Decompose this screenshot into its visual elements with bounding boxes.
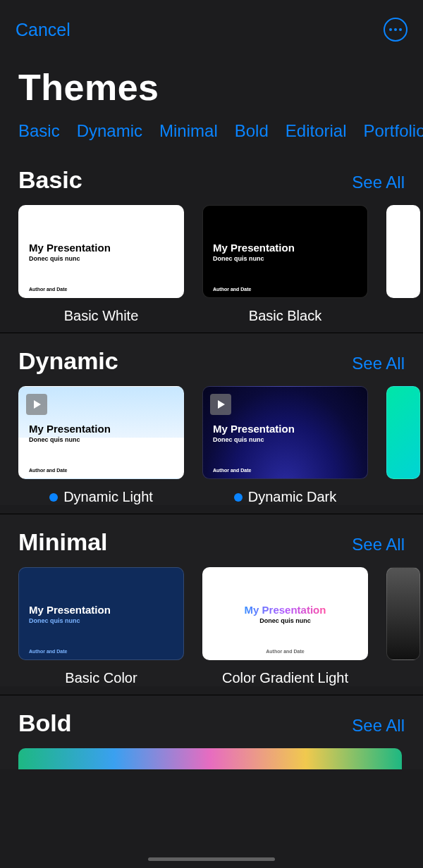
tab-minimal[interactable]: Minimal — [159, 121, 218, 141]
thumb-subtitle: Donec quis nunc — [29, 436, 173, 443]
thumb-footer: Author and Date — [29, 649, 67, 654]
theme-card-peek[interactable] — [386, 567, 420, 686]
see-all-bold[interactable]: See All — [352, 716, 405, 736]
category-tabs: Basic Dynamic Minimal Bold Editorial Por… — [0, 116, 423, 154]
tab-dynamic[interactable]: Dynamic — [77, 121, 142, 141]
home-indicator — [148, 857, 275, 861]
theme-card-basic-black[interactable]: My Presentation Donec quis nunc Author a… — [202, 205, 368, 324]
svg-marker-4 — [218, 400, 225, 409]
svg-point-0 — [389, 28, 392, 31]
section-title: Basic — [18, 166, 82, 194]
see-all-minimal[interactable]: See All — [352, 535, 405, 554]
section-title: Dynamic — [18, 347, 118, 375]
section-title: Minimal — [18, 528, 108, 556]
theme-card-peek[interactable] — [386, 386, 420, 505]
thumb-title: My Presentation — [213, 242, 357, 254]
theme-card-peek[interactable] — [386, 205, 420, 324]
see-all-basic[interactable]: See All — [352, 173, 405, 192]
thumb-footer: Author and Date — [213, 468, 251, 473]
theme-thumbnail: My Presentation Donec quis nunc Author a… — [202, 567, 368, 660]
play-icon — [210, 394, 231, 415]
section-basic: Basic See All My Presentation Donec quis… — [0, 154, 423, 324]
more-button[interactable] — [384, 18, 407, 42]
section-bold: Bold See All — [0, 695, 423, 769]
dynamic-indicator-icon — [49, 493, 58, 502]
section-dynamic: Dynamic See All My Presentation Donec qu… — [0, 333, 423, 505]
thumb-footer: Author and Date — [213, 287, 251, 292]
cancel-button[interactable]: Cancel — [16, 20, 70, 40]
theme-thumbnail — [386, 386, 420, 479]
theme-name: Dynamic Light — [18, 489, 184, 505]
theme-thumbnail — [386, 567, 420, 660]
tab-basic[interactable]: Basic — [18, 121, 60, 141]
thumb-footer: Author and Date — [203, 649, 367, 654]
theme-thumbnail — [18, 748, 402, 769]
thumb-title: My Presentation — [29, 242, 173, 254]
theme-card-dynamic-dark[interactable]: My Presentation Donec quis nunc Author a… — [202, 386, 368, 505]
thumb-title: My Presentation — [29, 423, 173, 435]
top-bar: Cancel — [0, 14, 423, 45]
theme-thumbnail: My Presentation Donec quis nunc Author a… — [18, 205, 184, 298]
theme-card-basic-white[interactable]: My Presentation Donec quis nunc Author a… — [18, 205, 184, 324]
tab-bold[interactable]: Bold — [235, 121, 269, 141]
thumb-subtitle: Donec quis nunc — [213, 436, 357, 443]
see-all-dynamic[interactable]: See All — [352, 354, 405, 373]
tab-editorial[interactable]: Editorial — [286, 121, 347, 141]
theme-thumbnail: My Presentation Donec quis nunc Author a… — [18, 567, 184, 660]
page-title: Themes — [0, 45, 423, 116]
svg-point-2 — [399, 28, 402, 31]
thumb-title: My Presentation — [29, 604, 173, 616]
section-title: Bold — [18, 709, 72, 737]
theme-thumbnail: My Presentation Donec quis nunc Author a… — [202, 205, 368, 298]
svg-marker-3 — [34, 400, 41, 409]
section-minimal: Minimal See All My Presentation Donec qu… — [0, 514, 423, 686]
more-icon — [389, 28, 402, 31]
theme-thumbnail — [386, 205, 420, 298]
theme-thumbnail: My Presentation Donec quis nunc Author a… — [18, 386, 184, 479]
theme-name: Color Gradient Light — [202, 670, 368, 686]
tab-portfolio[interactable]: Portfolio — [364, 121, 424, 141]
svg-point-1 — [394, 28, 397, 31]
theme-card-bold-peek[interactable] — [18, 748, 402, 769]
thumb-title: My Presentation — [245, 604, 326, 616]
play-icon — [26, 394, 47, 415]
thumb-subtitle: Donec quis nunc — [213, 255, 357, 262]
theme-name: Basic White — [18, 308, 184, 324]
theme-name: Basic Black — [202, 308, 368, 324]
thumb-subtitle: Donec quis nunc — [29, 255, 173, 262]
thumb-footer: Author and Date — [29, 468, 67, 473]
theme-card-color-gradient-light[interactable]: My Presentation Donec quis nunc Author a… — [202, 567, 368, 686]
thumb-footer: Author and Date — [29, 287, 67, 292]
dynamic-indicator-icon — [234, 493, 243, 502]
thumb-title: My Presentation — [213, 423, 357, 435]
theme-card-dynamic-light[interactable]: My Presentation Donec quis nunc Author a… — [18, 386, 184, 505]
thumb-subtitle: Donec quis nunc — [29, 617, 173, 624]
theme-card-basic-color[interactable]: My Presentation Donec quis nunc Author a… — [18, 567, 184, 686]
theme-name: Basic Color — [18, 670, 184, 686]
theme-name: Dynamic Dark — [202, 489, 368, 505]
theme-thumbnail: My Presentation Donec quis nunc Author a… — [202, 386, 368, 479]
thumb-subtitle: Donec quis nunc — [259, 617, 311, 624]
